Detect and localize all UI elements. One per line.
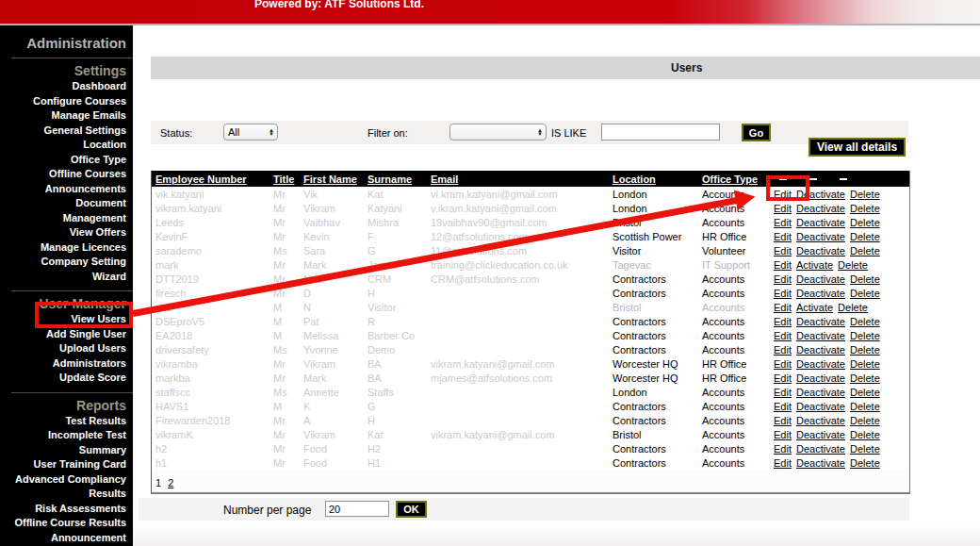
deactivate-link[interactable]: Deactivate [796, 316, 845, 327]
deactivate-link[interactable]: Deactivate [796, 203, 845, 214]
deactivate-link[interactable]: Deactivate [796, 443, 845, 455]
delete-link[interactable]: Delete [838, 302, 868, 313]
status-select[interactable]: All ▲▼ [223, 124, 278, 141]
delete-link[interactable]: Delete [850, 273, 880, 285]
delete-link[interactable]: Delete [850, 344, 880, 356]
delete-link[interactable]: Delete [850, 245, 880, 256]
deactivate-link[interactable]: Deactivate [796, 387, 845, 398]
delete-link[interactable]: Delete [850, 457, 880, 469]
sidebar-item-update-score[interactable]: Update Score [0, 371, 133, 386]
deactivate-link[interactable]: Deactivate [796, 429, 845, 440]
column-header-location[interactable]: Location [609, 174, 698, 185]
edit-link[interactable]: Edit [774, 273, 792, 285]
delete-link[interactable]: Delete [838, 259, 868, 271]
sidebar-item-advanced-compliancy-results[interactable]: Advanced Compliancy Results [0, 472, 133, 502]
delete-link[interactable]: Delete [850, 288, 880, 299]
edit-link[interactable]: Edit [774, 288, 792, 299]
edit-link[interactable]: Edit [774, 443, 792, 455]
sidebar-item-announcements[interactable]: Announcements [0, 182, 133, 197]
delete-link[interactable]: Delete [850, 189, 880, 200]
delete-link[interactable]: Delete [850, 372, 880, 384]
deactivate-link[interactable]: Deactivate [796, 273, 845, 285]
sidebar-item-document-management[interactable]: Document Management [0, 196, 133, 225]
sidebar-item-office-type[interactable]: Office Type [0, 153, 133, 168]
filter-value-input[interactable] [601, 124, 720, 141]
sidebar-item-upload-users[interactable]: Upload Users [0, 341, 133, 356]
delete-link[interactable]: Delete [850, 330, 880, 341]
delete-link[interactable]: Delete [850, 217, 880, 228]
sidebar-item-incomplete-test-summary[interactable]: Incomplete Test Summary [0, 428, 133, 457]
deactivate-link[interactable]: Deactivate [796, 401, 845, 412]
edit-link[interactable]: Edit [774, 457, 792, 469]
deactivate-link[interactable]: Deactivate [796, 231, 845, 242]
edit-link[interactable]: Edit [774, 401, 792, 412]
edit-link[interactable]: Edit [774, 429, 792, 440]
activate-link[interactable]: Activate [796, 259, 833, 271]
sidebar-item-offline-course-results[interactable]: Offline Course Results [0, 516, 133, 531]
sidebar-item-announcement-results[interactable]: Announcement Results [0, 531, 133, 546]
sidebar-item-administrators[interactable]: Administrators [0, 356, 133, 372]
go-button[interactable]: Go [742, 124, 771, 141]
column-header-first-name[interactable]: First Name [300, 174, 364, 185]
edit-link[interactable]: Edit [774, 372, 792, 384]
edit-link[interactable]: Edit [774, 415, 792, 426]
delete-link[interactable]: Delete [850, 415, 880, 426]
edit-link[interactable]: Edit [774, 316, 792, 327]
column-header-surname[interactable]: Surname [364, 174, 427, 185]
deactivate-link[interactable]: Deactivate [796, 217, 845, 228]
edit-link[interactable]: Edit [774, 344, 792, 356]
delete-link[interactable]: Delete [850, 203, 880, 214]
deactivate-link[interactable]: Deactivate [796, 372, 845, 384]
cell-first-name: Matt [300, 273, 364, 285]
sidebar-item-view-users[interactable]: View Users [0, 312, 133, 327]
sidebar-item-general-settings[interactable]: General Settings [0, 124, 133, 139]
sidebar-item-add-single-user[interactable]: Add Single User [0, 327, 133, 342]
edit-link[interactable]: Edit [774, 189, 792, 200]
activate-link[interactable]: Activate [796, 302, 833, 313]
edit-link[interactable]: Edit [774, 358, 792, 370]
sidebar-item-user-training-card[interactable]: User Training Card [0, 457, 133, 472]
edit-link[interactable]: Edit [774, 217, 792, 228]
sidebar-item-configure-courses[interactable]: Configure Courses [0, 94, 133, 109]
sidebar-item-risk-assessments[interactable]: Risk Assessments [0, 502, 133, 517]
edit-link[interactable]: Edit [774, 302, 792, 313]
column-header-employee-number[interactable]: Employee Number [152, 174, 270, 185]
sidebar-item-manage-licences[interactable]: Manage Licences [0, 240, 133, 256]
delete-link[interactable]: Delete [850, 316, 880, 327]
sidebar-item-offline-courses[interactable]: Offline Courses [0, 167, 133, 182]
deactivate-link[interactable]: Deactivate [796, 189, 845, 200]
deactivate-link[interactable]: Deactivate [796, 330, 845, 341]
delete-link[interactable]: Delete [850, 443, 880, 455]
sidebar-item-test-results[interactable]: Test Results [0, 414, 133, 429]
column-header-email[interactable]: Email [427, 174, 609, 185]
ok-button[interactable]: OK [396, 501, 427, 518]
deactivate-link[interactable]: Deactivate [796, 415, 845, 426]
delete-link[interactable]: Delete [850, 429, 880, 440]
edit-link[interactable]: Edit [774, 330, 792, 341]
number-per-page-input[interactable] [325, 501, 389, 517]
delete-link[interactable]: Delete [850, 401, 880, 412]
sidebar-item-location[interactable]: Location [0, 138, 133, 153]
edit-link[interactable]: Edit [774, 245, 792, 256]
deactivate-link[interactable]: Deactivate [796, 288, 845, 299]
view-all-details-button[interactable]: View all details [808, 138, 906, 157]
deactivate-link[interactable]: Deactivate [796, 457, 845, 469]
column-header-office-type[interactable]: Office Type [698, 174, 770, 185]
delete-link[interactable]: Delete [850, 358, 880, 370]
edit-link[interactable]: Edit [774, 203, 792, 214]
edit-link[interactable]: Edit [774, 259, 792, 271]
deactivate-link[interactable]: Deactivate [796, 358, 845, 370]
edit-link[interactable]: Edit [774, 231, 792, 242]
sidebar-item-company-setting-wizard[interactable]: Company Setting Wizard [0, 255, 133, 284]
sidebar-item-manage-emails[interactable]: Manage Emails [0, 108, 133, 124]
column-header-title[interactable]: Title [270, 174, 300, 185]
filter-on-select[interactable]: ▲▼ [449, 124, 547, 141]
edit-link[interactable]: Edit [774, 387, 792, 398]
deactivate-link[interactable]: Deactivate [796, 344, 845, 356]
delete-link[interactable]: Delete [850, 231, 880, 242]
sidebar-item-view-offers[interactable]: View Offers [0, 225, 133, 240]
page-number-2[interactable]: 2 [168, 477, 173, 488]
sidebar-item-dashboard[interactable]: Dashboard [0, 79, 133, 94]
deactivate-link[interactable]: Deactivate [796, 245, 845, 256]
delete-link[interactable]: Delete [850, 387, 880, 398]
